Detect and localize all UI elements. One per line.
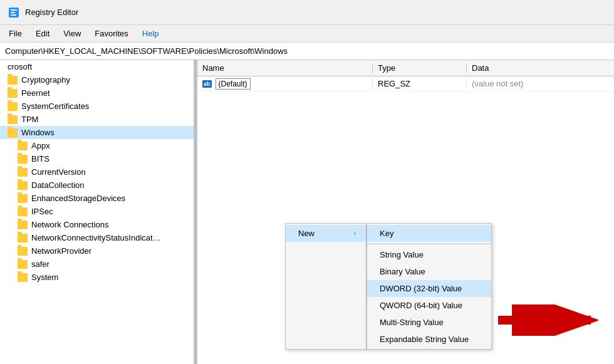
folder-icon [18, 273, 28, 282]
new-menu[interactable]: New › [285, 223, 367, 350]
folder-icon [18, 142, 28, 150]
table-header: Name Type Data [197, 60, 614, 76]
folder-icon [18, 234, 28, 242]
main-content: crosoft Cryptography Peernet SystemCerti… [0, 60, 614, 364]
folder-icon [8, 115, 18, 124]
menu-help[interactable]: Help [136, 27, 165, 40]
tree-item-peernet[interactable]: Peernet [0, 86, 194, 100]
folder-icon [18, 221, 28, 229]
folder-icon [8, 128, 18, 137]
col-type-value: REG_SZ [373, 79, 467, 88]
tree-item-enhancedstoragedevices[interactable]: EnhancedStorageDevices [0, 192, 194, 205]
col-header-data: Data [467, 63, 614, 73]
registry-editor-icon [8, 6, 20, 19]
tree-item-appx[interactable]: Appx [0, 139, 194, 152]
folder-icon [18, 247, 28, 256]
svg-rect-1 [11, 9, 17, 11]
submenu[interactable]: Key String Value Binary Value DWORD (32-… [367, 223, 492, 350]
submenu-item-dword[interactable]: DWORD (32-bit) Value [367, 280, 491, 297]
col-header-name: Name [197, 63, 373, 73]
col-header-type: Type [373, 63, 467, 73]
folder-icon [18, 155, 28, 164]
title-bar-text: Registry Editor [25, 8, 78, 17]
menu-edit[interactable]: Edit [29, 27, 56, 40]
tree-panel[interactable]: crosoft Cryptography Peernet SystemCerti… [0, 60, 194, 364]
red-arrow [498, 304, 598, 338]
new-label: New [298, 229, 315, 238]
ab-icon: ab [202, 80, 212, 88]
tree-item-ipsec[interactable]: IPSec [0, 205, 194, 218]
folder-icon [18, 181, 28, 190]
tree-item-networkprovider[interactable]: NetworkProvider [0, 244, 194, 257]
tree-item-datacollection[interactable]: DataCollection [0, 179, 194, 192]
tree-item-tpm[interactable]: TPM [0, 113, 194, 126]
folder-icon [18, 168, 28, 177]
tree-item-bits[interactable]: BITS [0, 152, 194, 165]
submenu-item-qword[interactable]: QWORD (64-bit) Value [367, 297, 491, 314]
tree-item-system[interactable]: System [0, 271, 194, 284]
tree-item-crosoft[interactable]: crosoft [0, 60, 194, 73]
default-value-name: (Default) [216, 78, 251, 90]
context-menu-area: New › Key String Value Binary Value DWOR… [285, 223, 492, 350]
menu-favorites[interactable]: Favorites [88, 27, 134, 40]
submenu-item-multi-string[interactable]: Multi-String Value [367, 314, 491, 331]
svg-rect-3 [11, 14, 16, 16]
title-bar: Registry Editor [0, 0, 614, 25]
folder-icon [8, 102, 18, 111]
submenu-item-string-value[interactable]: String Value [367, 246, 491, 263]
folder-icon [18, 207, 28, 216]
tree-item-windows[interactable]: Windows [0, 126, 194, 139]
menu-file[interactable]: File [3, 27, 28, 40]
tree-item-cryptography[interactable]: Cryptography [0, 73, 194, 86]
menu-view[interactable]: View [57, 27, 87, 40]
table-row[interactable]: ab (Default) REG_SZ (value not set) [197, 76, 614, 91]
address-bar: Computer\HKEY_LOCAL_MACHINE\SOFTWARE\Pol… [0, 43, 614, 60]
folder-icon [8, 76, 18, 85]
tree-item-network-connections[interactable]: Network Connections [0, 218, 194, 231]
submenu-separator [367, 244, 491, 244]
submenu-item-key[interactable]: Key [367, 225, 491, 242]
submenu-item-expandable-string[interactable]: Expandable String Value [367, 331, 491, 348]
address-path: Computer\HKEY_LOCAL_MACHINE\SOFTWARE\Pol… [5, 46, 288, 56]
folder-icon [18, 260, 28, 269]
tree-item-currentversion[interactable]: CurrentVersion [0, 165, 194, 179]
col-data-value: (value not set) [467, 79, 614, 88]
svg-rect-2 [11, 12, 15, 13]
tree-item-networkconnectivity[interactable]: NetworkConnectivityStatusIndicat… [0, 231, 194, 244]
tree-item-systemcertificates[interactable]: SystemCertificates [0, 100, 194, 113]
menu-bar: File Edit View Favorites Help [0, 25, 614, 43]
right-panel: Name Type Data ab (Default) REG_SZ (valu… [197, 60, 614, 364]
new-menu-item[interactable]: New › [286, 225, 366, 242]
tree-item-safer[interactable]: safer [0, 257, 194, 271]
folder-icon [8, 89, 18, 98]
folder-icon [18, 194, 28, 203]
submenu-item-binary-value[interactable]: Binary Value [367, 263, 491, 280]
submenu-arrow-icon: › [354, 230, 356, 237]
